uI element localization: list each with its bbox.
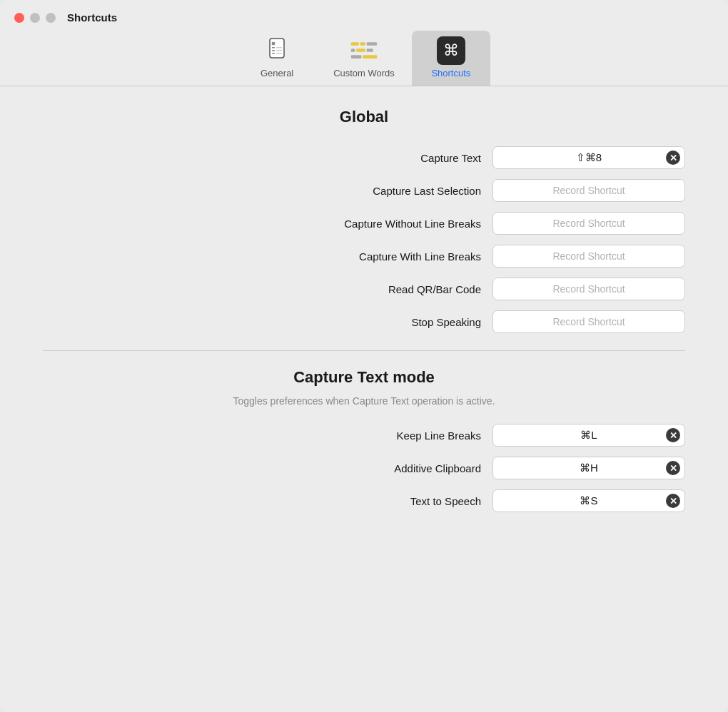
capture-breaks-label: Capture With Line Breaks bbox=[281, 250, 481, 263]
stop-speaking-label: Stop Speaking bbox=[281, 316, 481, 328]
svg-rect-14 bbox=[351, 55, 362, 59]
additive-label: Additive Clipboard bbox=[281, 462, 481, 474]
stop-speaking-field[interactable]: Record Shortcut bbox=[492, 310, 685, 333]
qr-field[interactable]: Record Shortcut bbox=[492, 278, 685, 300]
qr-label: Read QR/Bar Code bbox=[281, 283, 481, 295]
capture-no-breaks-field[interactable]: Record Shortcut bbox=[492, 212, 685, 235]
main-window: Shortcuts General bbox=[0, 0, 728, 712]
additive-value: ⌘H bbox=[493, 462, 684, 474]
minimize-button[interactable] bbox=[30, 13, 40, 23]
svg-rect-12 bbox=[356, 49, 365, 52]
keep-breaks-field[interactable]: ⌘L ✕ bbox=[492, 424, 685, 447]
capture-breaks-placeholder: Record Shortcut bbox=[552, 250, 625, 262]
qr-placeholder: Record Shortcut bbox=[552, 283, 625, 295]
tts-label: Text to Speech bbox=[281, 495, 481, 507]
shortcut-row-qr: Read QR/Bar Code Record Shortcut bbox=[43, 278, 685, 300]
svg-rect-15 bbox=[363, 55, 377, 59]
capture-text-field[interactable]: ⇧⌘8 ✕ bbox=[492, 146, 685, 169]
svg-rect-1 bbox=[272, 42, 275, 45]
capture-last-placeholder: Record Shortcut bbox=[552, 185, 625, 196]
additive-clear-button[interactable]: ✕ bbox=[666, 461, 680, 475]
tab-custom-words[interactable]: Custom Words bbox=[316, 31, 412, 86]
keep-breaks-value: ⌘L bbox=[493, 429, 684, 442]
capture-no-breaks-placeholder: Record Shortcut bbox=[552, 218, 625, 229]
svg-rect-5 bbox=[276, 47, 282, 49]
svg-rect-9 bbox=[360, 42, 365, 46]
capture-last-field[interactable]: Record Shortcut bbox=[492, 179, 685, 202]
svg-rect-4 bbox=[272, 53, 275, 54]
titlebar: Shortcuts bbox=[0, 0, 728, 24]
capture-text-label: Capture Text bbox=[281, 152, 481, 164]
shortcuts-icon: ⌘ bbox=[437, 36, 465, 65]
capture-mode-subtitle: Toggles preferences when Capture Text op… bbox=[43, 395, 685, 407]
shortcut-row-capture-no-breaks: Capture Without Line Breaks Record Short… bbox=[43, 212, 685, 235]
additive-field[interactable]: ⌘H ✕ bbox=[492, 457, 685, 479]
tts-field[interactable]: ⌘S ✕ bbox=[492, 489, 685, 512]
window-controls bbox=[14, 13, 56, 23]
svg-rect-3 bbox=[272, 50, 275, 51]
svg-rect-13 bbox=[367, 49, 373, 52]
capture-breaks-field[interactable]: Record Shortcut bbox=[492, 245, 685, 268]
capture-mode-title: Capture Text mode bbox=[43, 368, 685, 387]
shortcut-row-capture-breaks: Capture With Line Breaks Record Shortcut bbox=[43, 245, 685, 268]
general-icon bbox=[263, 36, 291, 65]
svg-rect-6 bbox=[276, 50, 282, 51]
tts-value: ⌘S bbox=[493, 494, 684, 507]
svg-rect-10 bbox=[367, 42, 378, 46]
toolbar: General Custom Words bbox=[0, 24, 728, 86]
keep-breaks-clear-button[interactable]: ✕ bbox=[666, 428, 680, 442]
shortcut-row-capture-text: Capture Text ⇧⌘8 ✕ bbox=[43, 146, 685, 169]
shortcut-row-keep-breaks: Keep Line Breaks ⌘L ✕ bbox=[43, 424, 685, 447]
capture-no-breaks-label: Capture Without Line Breaks bbox=[281, 218, 481, 230]
tab-custom-words-label: Custom Words bbox=[333, 68, 395, 78]
keep-breaks-label: Keep Line Breaks bbox=[281, 429, 481, 442]
tab-general[interactable]: General bbox=[238, 31, 316, 86]
svg-rect-7 bbox=[276, 53, 282, 54]
shortcut-row-tts: Text to Speech ⌘S ✕ bbox=[43, 489, 685, 512]
shortcut-row-capture-last: Capture Last Selection Record Shortcut bbox=[43, 179, 685, 202]
custom-words-icon bbox=[350, 36, 378, 65]
svg-rect-2 bbox=[272, 47, 275, 49]
close-button[interactable] bbox=[14, 13, 24, 23]
maximize-button[interactable] bbox=[46, 13, 56, 23]
capture-last-label: Capture Last Selection bbox=[281, 185, 481, 197]
tab-shortcuts-label: Shortcuts bbox=[431, 68, 470, 78]
shortcut-row-stop-speaking: Stop Speaking Record Shortcut bbox=[43, 310, 685, 333]
capture-text-clear-button[interactable]: ✕ bbox=[666, 151, 680, 165]
tts-clear-button[interactable]: ✕ bbox=[666, 494, 680, 508]
section-divider bbox=[43, 350, 685, 351]
tab-shortcuts[interactable]: ⌘ Shortcuts bbox=[412, 31, 490, 86]
tab-general-label: General bbox=[261, 68, 293, 78]
main-content: Global Capture Text ⇧⌘8 ✕ Capture Last S… bbox=[0, 86, 728, 712]
capture-text-value: ⇧⌘8 bbox=[493, 151, 684, 164]
svg-rect-11 bbox=[351, 49, 355, 52]
window-title: Shortcuts bbox=[67, 11, 117, 24]
stop-speaking-placeholder: Record Shortcut bbox=[552, 316, 625, 327]
svg-rect-8 bbox=[351, 42, 359, 46]
global-section-title: Global bbox=[43, 108, 685, 126]
shortcut-row-additive: Additive Clipboard ⌘H ✕ bbox=[43, 457, 685, 479]
